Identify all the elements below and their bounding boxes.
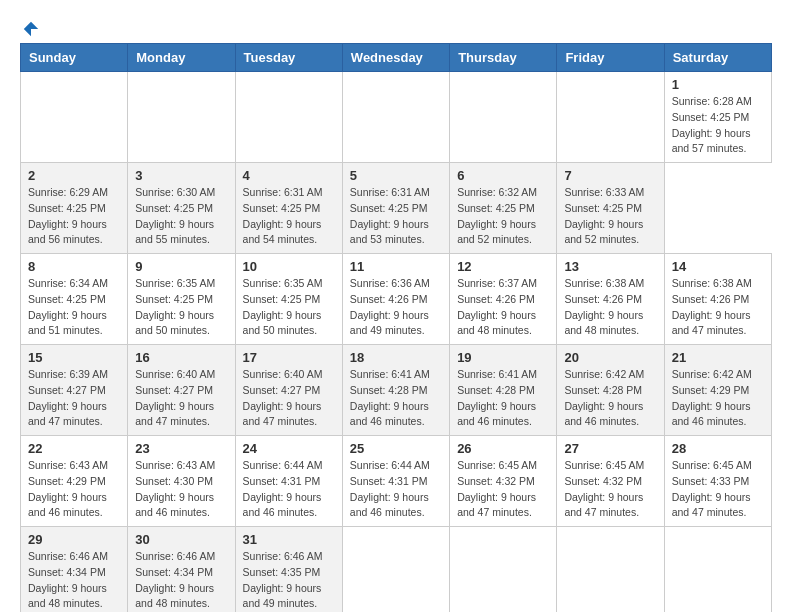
day-detail: Sunrise: 6:33 AMSunset: 4:25 PMDaylight:… xyxy=(564,186,644,245)
empty-cell xyxy=(21,72,128,163)
day-number: 29 xyxy=(28,532,120,547)
day-detail: Sunrise: 6:45 AMSunset: 4:33 PMDaylight:… xyxy=(672,459,752,518)
day-number: 14 xyxy=(672,259,764,274)
day-detail: Sunrise: 6:44 AMSunset: 4:31 PMDaylight:… xyxy=(350,459,430,518)
day-number: 2 xyxy=(28,168,120,183)
empty-cell xyxy=(450,72,557,163)
day-detail: Sunrise: 6:30 AMSunset: 4:25 PMDaylight:… xyxy=(135,186,215,245)
empty-cell xyxy=(664,527,771,613)
day-number: 23 xyxy=(135,441,227,456)
day-number: 18 xyxy=(350,350,442,365)
week-row-5: 22Sunrise: 6:43 AMSunset: 4:29 PMDayligh… xyxy=(21,436,772,527)
day-detail: Sunrise: 6:32 AMSunset: 4:25 PMDaylight:… xyxy=(457,186,537,245)
day-cell-18: 18Sunrise: 6:41 AMSunset: 4:28 PMDayligh… xyxy=(342,345,449,436)
svg-marker-0 xyxy=(24,22,38,36)
empty-cell xyxy=(128,72,235,163)
day-number: 30 xyxy=(135,532,227,547)
day-detail: Sunrise: 6:38 AMSunset: 4:26 PMDaylight:… xyxy=(564,277,644,336)
week-row-6: 29Sunrise: 6:46 AMSunset: 4:34 PMDayligh… xyxy=(21,527,772,613)
day-number: 9 xyxy=(135,259,227,274)
day-number: 3 xyxy=(135,168,227,183)
day-cell-9: 9Sunrise: 6:35 AMSunset: 4:25 PMDaylight… xyxy=(128,254,235,345)
week-row-4: 15Sunrise: 6:39 AMSunset: 4:27 PMDayligh… xyxy=(21,345,772,436)
calendar-table: SundayMondayTuesdayWednesdayThursdayFrid… xyxy=(20,43,772,612)
day-detail: Sunrise: 6:43 AMSunset: 4:29 PMDaylight:… xyxy=(28,459,108,518)
day-cell-25: 25Sunrise: 6:44 AMSunset: 4:31 PMDayligh… xyxy=(342,436,449,527)
day-detail: Sunrise: 6:37 AMSunset: 4:26 PMDaylight:… xyxy=(457,277,537,336)
day-cell-19: 19Sunrise: 6:41 AMSunset: 4:28 PMDayligh… xyxy=(450,345,557,436)
header-sunday: Sunday xyxy=(21,44,128,72)
day-detail: Sunrise: 6:42 AMSunset: 4:29 PMDaylight:… xyxy=(672,368,752,427)
day-number: 8 xyxy=(28,259,120,274)
day-cell-6: 6Sunrise: 6:32 AMSunset: 4:25 PMDaylight… xyxy=(450,163,557,254)
day-number: 19 xyxy=(457,350,549,365)
day-detail: Sunrise: 6:46 AMSunset: 4:34 PMDaylight:… xyxy=(135,550,215,609)
week-row-3: 8Sunrise: 6:34 AMSunset: 4:25 PMDaylight… xyxy=(21,254,772,345)
day-number: 5 xyxy=(350,168,442,183)
day-cell-15: 15Sunrise: 6:39 AMSunset: 4:27 PMDayligh… xyxy=(21,345,128,436)
header-tuesday: Tuesday xyxy=(235,44,342,72)
week-row-2: 2Sunrise: 6:29 AMSunset: 4:25 PMDaylight… xyxy=(21,163,772,254)
day-cell-26: 26Sunrise: 6:45 AMSunset: 4:32 PMDayligh… xyxy=(450,436,557,527)
day-number: 13 xyxy=(564,259,656,274)
empty-cell xyxy=(342,72,449,163)
empty-cell xyxy=(557,527,664,613)
day-cell-12: 12Sunrise: 6:37 AMSunset: 4:26 PMDayligh… xyxy=(450,254,557,345)
day-number: 11 xyxy=(350,259,442,274)
day-detail: Sunrise: 6:41 AMSunset: 4:28 PMDaylight:… xyxy=(350,368,430,427)
header-friday: Friday xyxy=(557,44,664,72)
header-saturday: Saturday xyxy=(664,44,771,72)
day-number: 17 xyxy=(243,350,335,365)
day-detail: Sunrise: 6:34 AMSunset: 4:25 PMDaylight:… xyxy=(28,277,108,336)
day-cell-7: 7Sunrise: 6:33 AMSunset: 4:25 PMDaylight… xyxy=(557,163,664,254)
logo xyxy=(20,20,40,33)
day-number: 28 xyxy=(672,441,764,456)
day-detail: Sunrise: 6:40 AMSunset: 4:27 PMDaylight:… xyxy=(243,368,323,427)
day-detail: Sunrise: 6:40 AMSunset: 4:27 PMDaylight:… xyxy=(135,368,215,427)
day-detail: Sunrise: 6:31 AMSunset: 4:25 PMDaylight:… xyxy=(350,186,430,245)
day-detail: Sunrise: 6:41 AMSunset: 4:28 PMDaylight:… xyxy=(457,368,537,427)
day-detail: Sunrise: 6:29 AMSunset: 4:25 PMDaylight:… xyxy=(28,186,108,245)
days-header-row: SundayMondayTuesdayWednesdayThursdayFrid… xyxy=(21,44,772,72)
day-detail: Sunrise: 6:39 AMSunset: 4:27 PMDaylight:… xyxy=(28,368,108,427)
day-number: 24 xyxy=(243,441,335,456)
header-wednesday: Wednesday xyxy=(342,44,449,72)
day-cell-2: 2Sunrise: 6:29 AMSunset: 4:25 PMDaylight… xyxy=(21,163,128,254)
day-detail: Sunrise: 6:45 AMSunset: 4:32 PMDaylight:… xyxy=(457,459,537,518)
day-number: 15 xyxy=(28,350,120,365)
day-number: 22 xyxy=(28,441,120,456)
day-number: 4 xyxy=(243,168,335,183)
day-cell-10: 10Sunrise: 6:35 AMSunset: 4:25 PMDayligh… xyxy=(235,254,342,345)
day-cell-28: 28Sunrise: 6:45 AMSunset: 4:33 PMDayligh… xyxy=(664,436,771,527)
day-detail: Sunrise: 6:43 AMSunset: 4:30 PMDaylight:… xyxy=(135,459,215,518)
day-cell-5: 5Sunrise: 6:31 AMSunset: 4:25 PMDaylight… xyxy=(342,163,449,254)
empty-cell xyxy=(342,527,449,613)
day-detail: Sunrise: 6:35 AMSunset: 4:25 PMDaylight:… xyxy=(243,277,323,336)
day-number: 12 xyxy=(457,259,549,274)
header xyxy=(20,20,772,33)
day-cell-22: 22Sunrise: 6:43 AMSunset: 4:29 PMDayligh… xyxy=(21,436,128,527)
day-number: 7 xyxy=(564,168,656,183)
day-cell-11: 11Sunrise: 6:36 AMSunset: 4:26 PMDayligh… xyxy=(342,254,449,345)
day-cell-27: 27Sunrise: 6:45 AMSunset: 4:32 PMDayligh… xyxy=(557,436,664,527)
day-cell-1: 1Sunrise: 6:28 AMSunset: 4:25 PMDaylight… xyxy=(664,72,771,163)
day-number: 25 xyxy=(350,441,442,456)
day-detail: Sunrise: 6:35 AMSunset: 4:25 PMDaylight:… xyxy=(135,277,215,336)
day-cell-20: 20Sunrise: 6:42 AMSunset: 4:28 PMDayligh… xyxy=(557,345,664,436)
logo-icon xyxy=(22,20,40,38)
day-detail: Sunrise: 6:28 AMSunset: 4:25 PMDaylight:… xyxy=(672,95,752,154)
day-number: 16 xyxy=(135,350,227,365)
day-cell-21: 21Sunrise: 6:42 AMSunset: 4:29 PMDayligh… xyxy=(664,345,771,436)
day-cell-14: 14Sunrise: 6:38 AMSunset: 4:26 PMDayligh… xyxy=(664,254,771,345)
day-cell-13: 13Sunrise: 6:38 AMSunset: 4:26 PMDayligh… xyxy=(557,254,664,345)
day-detail: Sunrise: 6:46 AMSunset: 4:35 PMDaylight:… xyxy=(243,550,323,609)
day-detail: Sunrise: 6:46 AMSunset: 4:34 PMDaylight:… xyxy=(28,550,108,609)
day-cell-24: 24Sunrise: 6:44 AMSunset: 4:31 PMDayligh… xyxy=(235,436,342,527)
day-detail: Sunrise: 6:36 AMSunset: 4:26 PMDaylight:… xyxy=(350,277,430,336)
day-cell-17: 17Sunrise: 6:40 AMSunset: 4:27 PMDayligh… xyxy=(235,345,342,436)
week-row-1: 1Sunrise: 6:28 AMSunset: 4:25 PMDaylight… xyxy=(21,72,772,163)
day-cell-3: 3Sunrise: 6:30 AMSunset: 4:25 PMDaylight… xyxy=(128,163,235,254)
day-detail: Sunrise: 6:45 AMSunset: 4:32 PMDaylight:… xyxy=(564,459,644,518)
day-number: 21 xyxy=(672,350,764,365)
header-thursday: Thursday xyxy=(450,44,557,72)
